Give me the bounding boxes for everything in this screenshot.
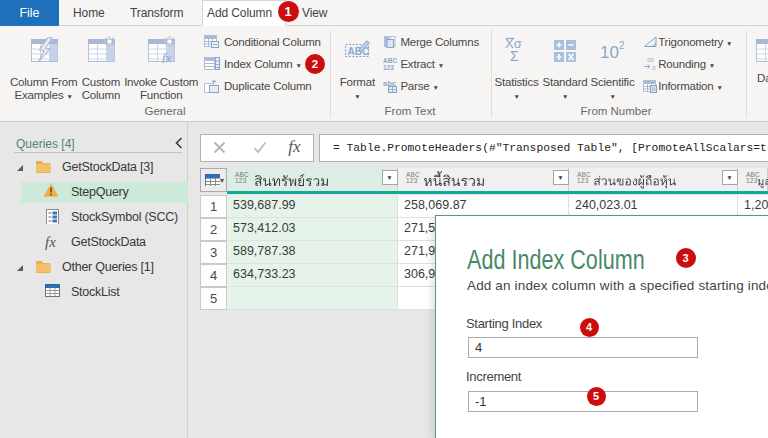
svg-text:ABC: ABC — [383, 57, 397, 64]
svg-text:Σ: Σ — [510, 48, 519, 63]
svg-text:2: 2 — [619, 40, 625, 51]
svg-text:.00: .00 — [645, 57, 654, 63]
svg-text:.0: .0 — [650, 65, 656, 71]
svg-text:10: 10 — [600, 43, 619, 62]
svg-text:fx: fx — [162, 50, 172, 63]
svg-text:123: 123 — [383, 64, 394, 71]
